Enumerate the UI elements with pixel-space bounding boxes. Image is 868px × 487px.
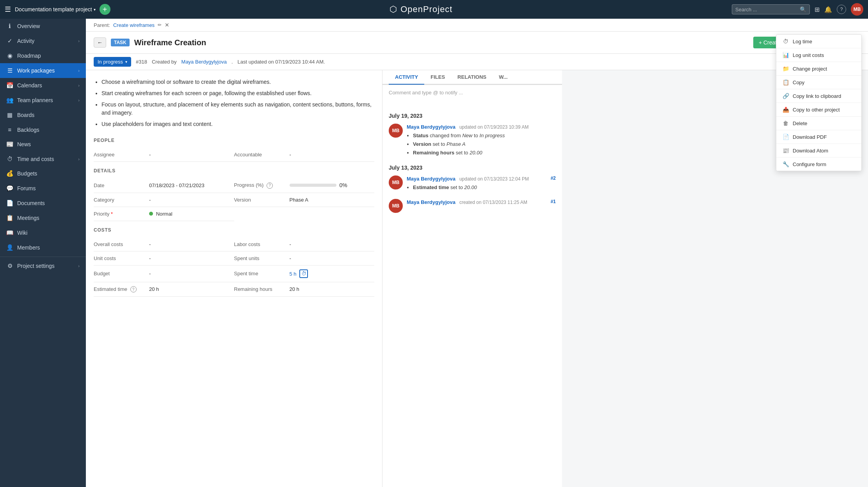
menu-log-time[interactable]: ⏱ Log time [776,35,861,48]
copy-icon: 📋 [783,79,789,85]
menu-download-atom[interactable]: 📰 Download Atom [776,144,861,158]
menu-copy-to-project-label: Copy to other project [793,107,840,113]
menu-log-unit-costs[interactable]: 📊 Log unit costs [776,48,861,62]
menu-download-atom-label: Download Atom [793,148,828,154]
dropdown-overlay[interactable] [0,0,868,487]
menu-copy-link-label: Copy link to clipboard [793,93,841,99]
menu-copy-to-project[interactable]: 📤 Copy to other project [776,103,861,117]
menu-delete[interactable]: 🗑 Delete [776,117,861,130]
configure-form-icon: 🔧 [783,161,789,167]
menu-copy[interactable]: 📋 Copy [776,76,861,89]
menu-delete-label: Delete [793,120,808,126]
menu-configure-form-label: Configure form [793,161,826,167]
menu-copy-link[interactable]: 🔗 Copy link to clipboard [776,89,861,103]
menu-download-pdf-label: Download PDF [793,134,827,140]
download-pdf-icon: 📄 [783,134,789,140]
menu-change-project-label: Change project [793,66,827,72]
menu-log-time-label: Log time [793,39,812,44]
delete-icon: 🗑 [783,120,789,126]
copy-link-icon: 🔗 [783,93,789,99]
menu-change-project[interactable]: 📁 Change project [776,62,861,76]
menu-copy-label: Copy [793,80,804,85]
change-project-icon: 📁 [783,66,789,72]
menu-configure-form[interactable]: 🔧 Configure form [776,158,861,171]
log-unit-costs-icon: 📊 [783,52,789,58]
menu-download-pdf[interactable]: 📄 Download PDF [776,130,861,144]
dropdown-menu: ⏱ Log time 📊 Log unit costs 📁 Change pro… [776,34,862,171]
download-atom-icon: 📰 [783,147,789,154]
menu-log-unit-costs-label: Log unit costs [793,52,824,58]
log-time-icon: ⏱ [783,38,789,44]
copy-to-project-icon: 📤 [783,106,789,113]
